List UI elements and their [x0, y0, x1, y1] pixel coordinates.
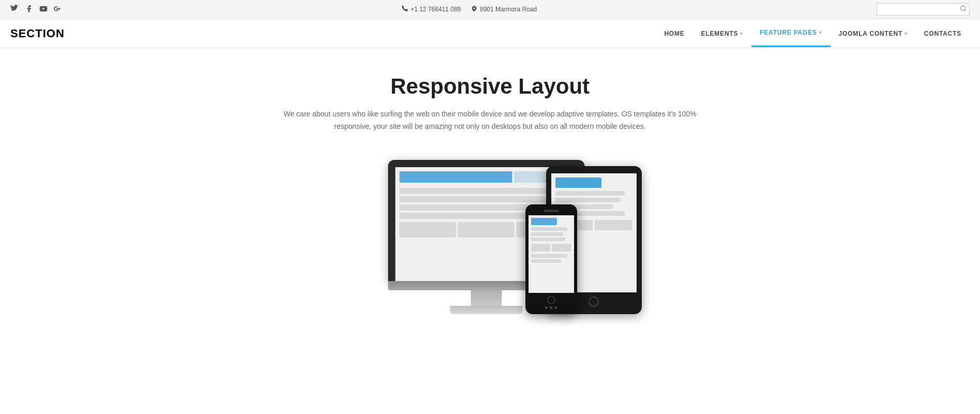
phone-col-1 — [531, 244, 551, 252]
phone-home-button — [547, 296, 555, 304]
phone-dot-1 — [545, 306, 548, 309]
address-text: 8901 Marmora Road — [480, 6, 537, 13]
phone-contact: +1 12 766411 089 — [402, 6, 461, 13]
contact-info: +1 12 766411 089 8901 Marmora Road — [402, 6, 537, 13]
tablet-row-1 — [555, 191, 625, 196]
monitor-row-2 — [399, 196, 564, 202]
hero-description: We care about users who like surfing the… — [283, 108, 697, 133]
nav-item-elements[interactable]: ELEMENTS ▾ — [693, 21, 752, 47]
nav-menu: HOME ELEMENTS ▾ FEATURE PAGES ▾ JOOMLA C… — [656, 20, 970, 47]
tablet-row-2 — [555, 198, 621, 202]
phone-speaker — [544, 210, 559, 212]
hero-title: Responsive Layout — [10, 74, 970, 99]
elements-caret: ▾ — [740, 31, 743, 36]
phone-dot-2 — [550, 306, 552, 309]
phone-bottom-dots — [529, 306, 574, 309]
social-links — [10, 5, 62, 14]
facebook-link[interactable] — [25, 5, 33, 14]
monitor-col-2 — [458, 222, 514, 238]
googleplus-link[interactable] — [54, 5, 62, 14]
tablet-home-button — [589, 297, 599, 307]
phone-screen — [529, 215, 574, 293]
svg-point-1 — [474, 7, 475, 9]
phone-number: +1 12 766411 089 — [411, 6, 461, 13]
joomla-caret: ▾ — [904, 31, 908, 36]
monitor-stand-base — [450, 306, 522, 314]
phone-dot-3 — [554, 306, 557, 309]
phone-outer — [525, 204, 577, 314]
svg-point-2 — [961, 6, 966, 11]
phone-row-1 — [531, 227, 567, 231]
phone-device — [525, 204, 577, 314]
twitter-link[interactable] — [10, 5, 19, 14]
nav-item-joomla-content[interactable]: JOOMLA CONTENT ▾ — [831, 21, 916, 47]
phone-blue-header — [531, 218, 557, 225]
youtube-link[interactable] — [39, 5, 48, 14]
phone-col-2 — [552, 244, 571, 252]
monitor-row-1 — [399, 188, 564, 194]
phone-row-4 — [531, 254, 567, 258]
phone-row-5 — [531, 259, 562, 263]
nav-item-contacts[interactable]: CONTACTS — [916, 21, 970, 47]
phone-screen-content — [529, 215, 574, 267]
tablet-blue-header — [555, 178, 601, 188]
hero-section: Responsive Layout We care about users wh… — [0, 48, 980, 143]
search-area — [877, 3, 970, 16]
phone-row-3 — [531, 238, 565, 241]
monitor-col-1 — [399, 222, 456, 238]
nav-item-feature-pages[interactable]: FEATURE PAGES ▾ — [751, 20, 830, 47]
monitor-stand-top — [471, 290, 502, 306]
nav-item-home[interactable]: HOME — [656, 21, 692, 47]
search-button[interactable] — [960, 5, 967, 13]
tablet-col-2 — [595, 220, 632, 230]
search-wrapper — [877, 3, 970, 16]
search-input[interactable] — [877, 3, 970, 16]
phone-row-2 — [531, 232, 563, 236]
site-logo[interactable]: SECTION — [10, 27, 65, 40]
monitor-blue-header — [399, 171, 512, 183]
location-icon — [471, 6, 477, 13]
devices-illustration — [0, 143, 980, 330]
address-contact: 8901 Marmora Road — [471, 6, 537, 13]
top-bar: +1 12 766411 089 8901 Marmora Road — [0, 0, 980, 19]
phone-cols-1 — [531, 244, 571, 252]
main-navigation: SECTION HOME ELEMENTS ▾ FEATURE PAGES ▾ … — [0, 19, 980, 48]
feature-pages-caret: ▾ — [819, 30, 822, 35]
phone-icon — [402, 6, 408, 13]
